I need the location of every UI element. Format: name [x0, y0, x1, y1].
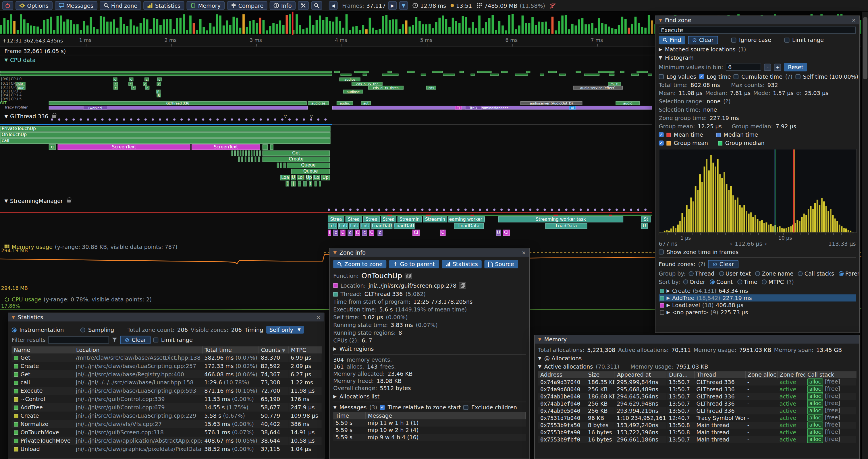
message-dot[interactable]	[281, 118, 283, 121]
zone-bar[interactable]	[270, 144, 274, 150]
frame-bar[interactable]	[644, 28, 647, 34]
statistics-row[interactable]: Create jni/../jni/src/claw/base/LuaScrip…	[11, 362, 321, 370]
zone-bar[interactable]	[248, 151, 250, 156]
copy-button[interactable]	[459, 282, 466, 289]
frame-bar[interactable]	[176, 19, 178, 34]
statistics-row[interactable]: Get jni/../jni/src/claw/base/Registry.hp…	[11, 370, 321, 378]
zone-bar[interactable]: Streaming worker task	[498, 217, 624, 223]
frame-bar[interactable]	[458, 23, 461, 34]
message-dot[interactable]	[202, 118, 204, 121]
frame-bar[interactable]	[475, 28, 477, 34]
zone-bar[interactable]	[620, 71, 624, 73]
frame-bar[interactable]	[462, 16, 464, 34]
frame-bar[interactable]	[392, 20, 394, 34]
message-dot[interactable]	[565, 209, 567, 211]
message-dot[interactable]	[335, 209, 337, 211]
message-dot[interactable]	[324, 118, 327, 121]
zone-location-cell[interactable]: jni/../jni/src/claw/base/Registry.hpp:40…	[73, 370, 202, 378]
frame-bar[interactable]	[575, 25, 577, 34]
frame-bar[interactable]	[173, 28, 175, 34]
zone-name-cell[interactable]: Create	[11, 362, 73, 370]
statistics-row[interactable]: ~Control jni/../jni/src/guif/Control.cpp…	[11, 395, 321, 403]
zone-bar[interactable]: PrivateTouchUp	[0, 126, 331, 131]
expand-icon[interactable]: ▶	[666, 302, 670, 307]
frame-bar[interactable]	[249, 21, 251, 34]
frame-bar[interactable]	[455, 21, 457, 34]
radio-button[interactable]	[839, 271, 844, 276]
close-icon[interactable]: ✕	[851, 18, 856, 23]
frame-bar[interactable]	[561, 15, 563, 34]
zoom-tool-button[interactable]	[311, 1, 322, 10]
frame-bar[interactable]	[23, 20, 26, 34]
message-dot[interactable]	[296, 118, 298, 121]
frame-bar[interactable]	[316, 20, 318, 34]
frame-bar[interactable]	[13, 21, 16, 34]
frame-bar[interactable]	[70, 20, 72, 34]
next-frame-button[interactable]: ▶	[388, 1, 397, 10]
message-dot[interactable]	[407, 209, 409, 211]
frame-bar[interactable]	[608, 27, 610, 34]
collapse-icon[interactable]: ▼	[11, 315, 15, 320]
col-call-stack[interactable]: Call stack	[805, 371, 856, 378]
frame-bar[interactable]	[552, 17, 554, 34]
message-dot[interactable]	[317, 118, 319, 121]
frame-bar[interactable]	[558, 21, 560, 34]
message-dot[interactable]	[371, 209, 373, 211]
frame-bar[interactable]	[232, 17, 235, 34]
frame-bar[interactable]	[57, 17, 59, 34]
find-limit-range-checkbox[interactable]	[784, 38, 789, 42]
zone-bar[interactable]	[254, 151, 255, 156]
zone-bar[interactable]: |	[303, 181, 307, 186]
frame-bar[interactable]	[106, 22, 108, 34]
frame-bar[interactable]	[113, 19, 115, 34]
frame-bar[interactable]	[482, 28, 484, 34]
zone-statistics-button[interactable]: Statistics	[441, 260, 482, 268]
expand-icon[interactable]: ▶	[666, 310, 670, 315]
zone-bar[interactable]	[237, 151, 239, 156]
allocation-row[interactable]: 0x7553b9fa50 8 bytes 153,492,240ns 13:50…	[538, 422, 856, 429]
message-dot[interactable]	[392, 209, 395, 211]
zone-bar[interactable]	[554, 215, 558, 216]
col-thread[interactable]: Thread	[694, 371, 745, 378]
frame-bar[interactable]	[614, 29, 617, 34]
zone-bar[interactable]	[0, 73, 332, 76]
sort-by-option[interactable]: Time	[737, 279, 757, 285]
message-dot[interactable]	[209, 118, 212, 121]
zone-name-cell[interactable]: ~Control	[11, 395, 73, 403]
zone-bar[interactable]	[426, 215, 431, 216]
zone-location-cell[interactable]: /mnt/e/claw/src/claw/base/AssetDict.hpp:…	[73, 354, 202, 362]
allocation-row[interactable]: 0x74ab1be040 186.68 KB 294,645,364ns 13:…	[538, 393, 856, 400]
frame-bar[interactable]	[266, 30, 268, 34]
col-counts[interactable]: Counts ▼	[258, 346, 288, 353]
frame-bar[interactable]	[73, 24, 75, 34]
frame-bar[interactable]	[445, 19, 447, 34]
stats-clear-button[interactable]: ⊘ Clear	[120, 336, 151, 344]
zone-bar[interactable]	[407, 71, 415, 73]
frame-bar[interactable]	[103, 17, 105, 34]
zone-bar[interactable]: c	[113, 77, 117, 81]
message-dot[interactable]	[450, 209, 453, 211]
frame-bar[interactable]	[20, 14, 22, 34]
message-dot[interactable]	[231, 118, 233, 121]
frame-bar[interactable]	[219, 16, 221, 34]
statistics-row[interactable]: Get /mnt/e/claw/src/claw/base/AssetDict.…	[11, 354, 321, 362]
frame-bar[interactable]	[336, 17, 338, 34]
frame-bar[interactable]	[624, 19, 627, 34]
message-dot[interactable]	[580, 209, 582, 211]
zoom-to-zone-button[interactable]: Zoom to zone	[333, 260, 386, 268]
frame-bar[interactable]	[585, 24, 587, 34]
zone-bar[interactable]	[240, 151, 242, 156]
collapse-icon[interactable]: ▼	[333, 250, 337, 255]
frame-bar[interactable]	[518, 25, 521, 34]
frame-bar[interactable]	[285, 15, 288, 34]
zone-bar[interactable]	[319, 181, 321, 186]
zone-bar[interactable]: audios	[339, 77, 360, 81]
message-dot[interactable]	[457, 209, 460, 211]
frame-bar[interactable]	[256, 24, 258, 34]
frame-bar[interactable]	[422, 24, 424, 34]
frame-bar[interactable]	[140, 23, 142, 34]
zone-bar[interactable]: cds_ol_rx_threa	[368, 86, 404, 90]
zone-location-cell[interactable]: jni/../jni/src/claw/base/LuaScripting.cp…	[73, 362, 202, 370]
location-value[interactable]: jni/../jni/src/guif/Screen.cpp:278	[369, 283, 456, 289]
frame-bar[interactable]	[50, 17, 52, 34]
